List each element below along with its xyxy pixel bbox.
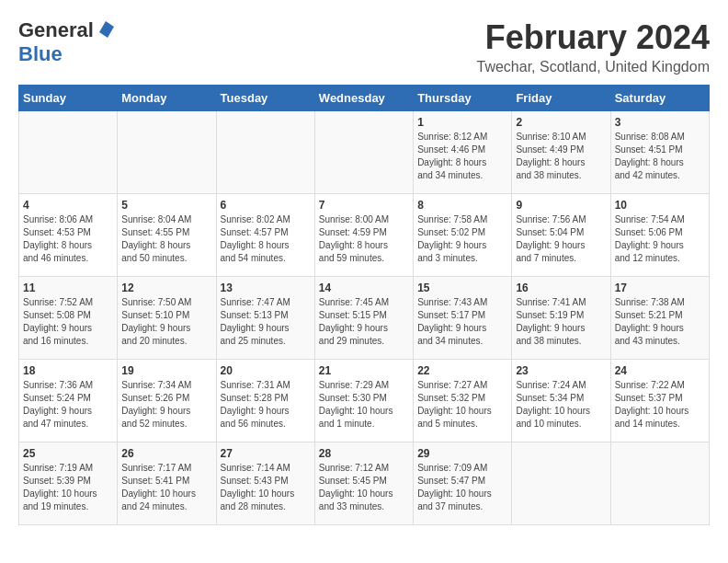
cell-content: Sunrise: 7:58 AM Sunset: 5:02 PM Dayligh… [417, 213, 507, 265]
main-title: February 2024 [477, 18, 710, 57]
day-number: 1 [417, 116, 507, 129]
cell-content: Sunrise: 7:54 AM Sunset: 5:06 PM Dayligh… [615, 213, 705, 265]
calendar-cell: 14Sunrise: 7:45 AM Sunset: 5:15 PM Dayli… [314, 277, 413, 360]
calendar-cell: 1Sunrise: 8:12 AM Sunset: 4:46 PM Daylig… [414, 111, 512, 194]
calendar-cell: 2Sunrise: 8:10 AM Sunset: 4:49 PM Daylig… [512, 111, 610, 194]
cell-content: Sunrise: 7:45 AM Sunset: 5:15 PM Dayligh… [319, 296, 409, 348]
calendar-cell: 10Sunrise: 7:54 AM Sunset: 5:06 PM Dayli… [610, 194, 709, 277]
cell-content: Sunrise: 8:10 AM Sunset: 4:49 PM Dayligh… [516, 131, 606, 182]
calendar-cell: 23Sunrise: 7:24 AM Sunset: 5:34 PM Dayli… [512, 360, 610, 442]
day-number: 7 [319, 199, 409, 212]
cell-content: Sunrise: 7:36 AM Sunset: 5:24 PM Dayligh… [23, 379, 113, 431]
page-header: General Blue February 2024 Twechar, Scot… [18, 18, 710, 75]
title-block: February 2024 Twechar, Scotland, United … [477, 18, 710, 75]
cell-content: Sunrise: 7:38 AM Sunset: 5:21 PM Dayligh… [615, 296, 705, 348]
cell-content: Sunrise: 7:47 AM Sunset: 5:13 PM Dayligh… [221, 296, 311, 348]
calendar-cell [610, 442, 709, 525]
calendar-cell: 18Sunrise: 7:36 AM Sunset: 5:24 PM Dayli… [19, 360, 118, 442]
subtitle: Twechar, Scotland, United Kingdom [477, 59, 710, 75]
calendar-cell: 4Sunrise: 8:06 AM Sunset: 4:53 PM Daylig… [19, 194, 118, 277]
day-number: 21 [319, 364, 409, 377]
cell-content: Sunrise: 8:06 AM Sunset: 4:53 PM Dayligh… [23, 213, 113, 265]
logo-text-blue: Blue [18, 42, 63, 65]
cell-content: Sunrise: 8:00 AM Sunset: 4:59 PM Dayligh… [319, 213, 409, 265]
day-number: 23 [516, 364, 606, 377]
calendar-cell: 11Sunrise: 7:52 AM Sunset: 5:08 PM Dayli… [19, 277, 118, 360]
col-header-thursday: Thursday [414, 86, 512, 111]
calendar-cell: 12Sunrise: 7:50 AM Sunset: 5:10 PM Dayli… [118, 277, 216, 360]
calendar-cell [314, 111, 413, 194]
col-header-sunday: Sunday [19, 86, 118, 111]
day-number: 10 [615, 199, 705, 212]
cell-content: Sunrise: 8:12 AM Sunset: 4:46 PM Dayligh… [417, 131, 507, 182]
logo-text-general: General [18, 18, 94, 42]
cell-content: Sunrise: 7:09 AM Sunset: 5:47 PM Dayligh… [417, 462, 507, 513]
calendar-header-row: SundayMondayTuesdayWednesdayThursdayFrid… [19, 86, 710, 111]
logo: General Blue [18, 18, 116, 66]
calendar-cell: 17Sunrise: 7:38 AM Sunset: 5:21 PM Dayli… [610, 277, 709, 360]
col-header-wednesday: Wednesday [314, 86, 413, 111]
calendar-cell: 15Sunrise: 7:43 AM Sunset: 5:17 PM Dayli… [414, 277, 512, 360]
col-header-friday: Friday [512, 86, 610, 111]
day-number: 16 [516, 282, 606, 294]
cell-content: Sunrise: 7:34 AM Sunset: 5:26 PM Dayligh… [121, 379, 211, 431]
cell-content: Sunrise: 7:29 AM Sunset: 5:30 PM Dayligh… [319, 379, 409, 431]
cell-content: Sunrise: 7:27 AM Sunset: 5:32 PM Dayligh… [417, 379, 507, 431]
calendar-cell: 8Sunrise: 7:58 AM Sunset: 5:02 PM Daylig… [414, 194, 512, 277]
day-number: 17 [615, 282, 705, 294]
cell-content: Sunrise: 7:22 AM Sunset: 5:37 PM Dayligh… [615, 379, 705, 431]
day-number: 4 [23, 199, 113, 212]
calendar-cell: 24Sunrise: 7:22 AM Sunset: 5:37 PM Dayli… [610, 360, 709, 442]
cell-content: Sunrise: 7:17 AM Sunset: 5:41 PM Dayligh… [121, 462, 211, 513]
day-number: 22 [417, 364, 507, 377]
cell-content: Sunrise: 7:24 AM Sunset: 5:34 PM Dayligh… [516, 379, 606, 431]
cell-content: Sunrise: 7:52 AM Sunset: 5:08 PM Dayligh… [23, 296, 113, 348]
calendar-week-row: 1Sunrise: 8:12 AM Sunset: 4:46 PM Daylig… [19, 111, 710, 194]
calendar-cell: 6Sunrise: 8:02 AM Sunset: 4:57 PM Daylig… [216, 194, 314, 277]
calendar-week-row: 4Sunrise: 8:06 AM Sunset: 4:53 PM Daylig… [19, 194, 710, 277]
cell-content: Sunrise: 8:08 AM Sunset: 4:51 PM Dayligh… [615, 131, 705, 182]
logo-bird-icon [96, 19, 116, 40]
calendar-cell: 20Sunrise: 7:31 AM Sunset: 5:28 PM Dayli… [216, 360, 314, 442]
calendar-cell: 21Sunrise: 7:29 AM Sunset: 5:30 PM Dayli… [314, 360, 413, 442]
day-number: 3 [615, 116, 705, 129]
cell-content: Sunrise: 8:04 AM Sunset: 4:55 PM Dayligh… [121, 213, 211, 265]
calendar-table: SundayMondayTuesdayWednesdayThursdayFrid… [18, 85, 710, 525]
calendar-cell: 28Sunrise: 7:12 AM Sunset: 5:45 PM Dayli… [314, 442, 413, 525]
day-number: 6 [221, 199, 311, 212]
day-number: 11 [23, 282, 113, 294]
day-number: 8 [417, 199, 507, 212]
calendar-cell: 5Sunrise: 8:04 AM Sunset: 4:55 PM Daylig… [118, 194, 216, 277]
day-number: 19 [121, 364, 211, 377]
day-number: 15 [417, 282, 507, 294]
calendar-cell [118, 111, 216, 194]
cell-content: Sunrise: 7:56 AM Sunset: 5:04 PM Dayligh… [516, 213, 606, 265]
calendar-cell: 3Sunrise: 8:08 AM Sunset: 4:51 PM Daylig… [610, 111, 709, 194]
calendar-cell: 27Sunrise: 7:14 AM Sunset: 5:43 PM Dayli… [216, 442, 314, 525]
cell-content: Sunrise: 7:50 AM Sunset: 5:10 PM Dayligh… [121, 296, 211, 348]
cell-content: Sunrise: 7:41 AM Sunset: 5:19 PM Dayligh… [516, 296, 606, 348]
day-number: 2 [516, 116, 606, 129]
cell-content: Sunrise: 8:02 AM Sunset: 4:57 PM Dayligh… [221, 213, 311, 265]
svg-marker-0 [99, 21, 114, 38]
col-header-tuesday: Tuesday [216, 86, 314, 111]
day-number: 12 [121, 282, 211, 294]
day-number: 9 [516, 199, 606, 212]
cell-content: Sunrise: 7:43 AM Sunset: 5:17 PM Dayligh… [417, 296, 507, 348]
calendar-cell: 22Sunrise: 7:27 AM Sunset: 5:32 PM Dayli… [414, 360, 512, 442]
calendar-week-row: 11Sunrise: 7:52 AM Sunset: 5:08 PM Dayli… [19, 277, 710, 360]
calendar-week-row: 25Sunrise: 7:19 AM Sunset: 5:39 PM Dayli… [19, 442, 710, 525]
calendar-cell: 7Sunrise: 8:00 AM Sunset: 4:59 PM Daylig… [314, 194, 413, 277]
calendar-cell: 25Sunrise: 7:19 AM Sunset: 5:39 PM Dayli… [19, 442, 118, 525]
calendar-cell: 13Sunrise: 7:47 AM Sunset: 5:13 PM Dayli… [216, 277, 314, 360]
day-number: 18 [23, 364, 113, 377]
calendar-cell: 29Sunrise: 7:09 AM Sunset: 5:47 PM Dayli… [414, 442, 512, 525]
cell-content: Sunrise: 7:12 AM Sunset: 5:45 PM Dayligh… [319, 462, 409, 513]
col-header-saturday: Saturday [610, 86, 709, 111]
calendar-cell [512, 442, 610, 525]
day-number: 28 [319, 447, 409, 460]
day-number: 14 [319, 282, 409, 294]
day-number: 27 [221, 447, 311, 460]
day-number: 20 [221, 364, 311, 377]
cell-content: Sunrise: 7:31 AM Sunset: 5:28 PM Dayligh… [221, 379, 311, 431]
